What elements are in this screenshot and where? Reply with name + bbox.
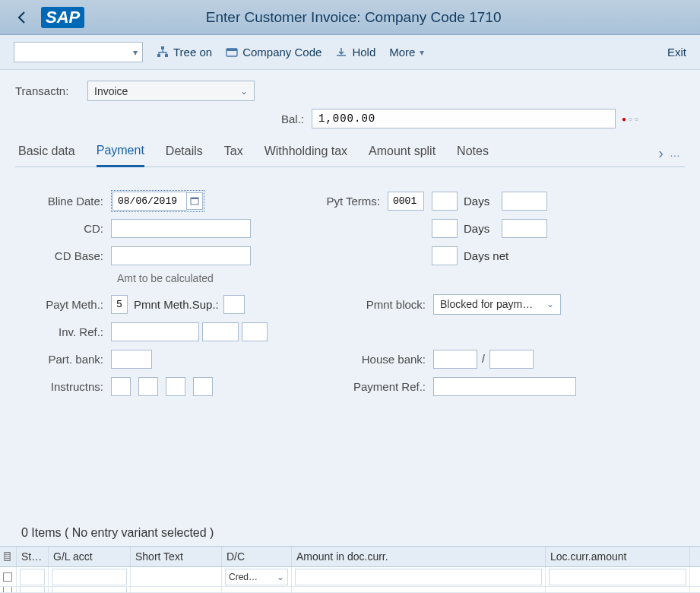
cell-gl-acct[interactable] (52, 569, 127, 585)
tree-on-button[interactable]: Tree on (157, 46, 212, 59)
company-code-button[interactable]: Company Code (226, 46, 321, 59)
date-picker-button[interactable] (186, 192, 203, 210)
tab-notes[interactable]: Notes (457, 140, 489, 166)
chevron-down-icon: ▾ (420, 47, 424, 58)
page-title: Enter Customer Invoice: Company Code 171… (115, 9, 691, 26)
inv-ref-input-3[interactable] (242, 322, 268, 341)
pmnt-block-value: Blocked for paym… (440, 298, 533, 310)
chevron-left-icon (17, 11, 27, 24)
back-button[interactable] (9, 6, 35, 29)
tree-on-label: Tree on (173, 46, 212, 59)
hold-label: Hold (352, 46, 375, 59)
pmnt-meth-sup-label: Pmnt Meth.Sup.: (134, 298, 219, 311)
inv-ref-label: Inv. Ref.: (15, 325, 111, 338)
days1-num-input[interactable] (432, 192, 458, 211)
col-dc[interactable]: D/C (222, 547, 292, 566)
instructns-input-1[interactable] (111, 377, 131, 396)
days-label-1: Days (464, 195, 489, 208)
company-code-label: Company Code (242, 46, 321, 59)
status-dots: ●○○ (622, 115, 640, 123)
balance-label: Bal.: (281, 113, 304, 125)
cell-loc-curr[interactable] (549, 569, 686, 585)
house-bank-input-2[interactable] (489, 350, 534, 369)
pyt-terms-input[interactable] (388, 192, 424, 211)
chevron-down-icon: ⌄ (277, 572, 284, 582)
balance-field[interactable] (312, 109, 616, 128)
instructns-input-3[interactable] (166, 377, 185, 396)
table-row[interactable]: Cred… ⌄ (0, 567, 700, 587)
tab-tax[interactable]: Tax (224, 140, 243, 166)
row-checkbox[interactable] (3, 572, 12, 582)
table-row[interactable] (0, 587, 700, 593)
hold-button[interactable]: Hold (335, 46, 375, 59)
instructns-input-2[interactable] (138, 377, 158, 396)
bline-date-label: Bline Date: (15, 195, 111, 208)
payt-meth-input[interactable] (111, 295, 128, 314)
col-select-all[interactable] (0, 547, 17, 566)
tree-icon (157, 46, 169, 59)
tabs-scroll-right[interactable]: › (658, 144, 664, 162)
days-label-2: Days (464, 222, 489, 235)
payment-ref-label: Payment Ref.: (304, 380, 433, 393)
tab-details[interactable]: Details (166, 140, 203, 166)
select-all-icon (3, 551, 11, 562)
cd-label: CD: (15, 222, 111, 235)
chevron-down-icon: ⌄ (546, 299, 554, 309)
row-checkbox[interactable] (3, 587, 12, 593)
more-button[interactable]: More ▾ (389, 46, 424, 59)
days2-val-input[interactable] (502, 219, 547, 238)
company-code-icon (226, 46, 238, 59)
tab-basic-data[interactable]: Basic data (18, 140, 75, 166)
svg-rect-6 (191, 198, 198, 199)
tab-amount-split[interactable]: Amount split (369, 140, 436, 166)
cell-amount-doc[interactable] (295, 569, 542, 585)
house-bank-input-1[interactable] (433, 350, 477, 369)
col-status[interactable]: St… (17, 547, 49, 566)
bline-date-input[interactable] (112, 192, 187, 211)
cell-gl-acct[interactable] (52, 587, 127, 593)
hold-icon (335, 46, 347, 59)
toolbar-dropdown[interactable]: ▾ (14, 42, 143, 62)
daysnet-num-input[interactable] (432, 246, 458, 265)
svg-rect-2 (165, 54, 168, 57)
tabs-overflow[interactable]: … (670, 147, 682, 159)
payment-ref-input[interactable] (433, 377, 576, 396)
pmnt-block-label: Pmnt block: (304, 298, 433, 311)
inv-ref-input-2[interactable] (202, 322, 239, 341)
cell-status[interactable] (20, 587, 45, 593)
amt-hint: Amt to be calculated (111, 269, 685, 290)
house-bank-label: House bank: (304, 353, 433, 366)
transactn-select[interactable]: Invoice ⌄ (87, 81, 255, 101)
more-label: More (389, 46, 415, 59)
calendar-icon (190, 196, 199, 205)
cell-dc-value: Cred… (229, 572, 258, 582)
cd-base-label: CD Base: (15, 249, 111, 262)
pmnt-block-select[interactable]: Blocked for paym… ⌄ (433, 294, 561, 315)
part-bank-input[interactable] (111, 350, 152, 369)
chevron-down-icon: ▾ (133, 47, 138, 58)
transactn-label: Transactn: (15, 84, 87, 97)
col-gl-acct[interactable]: G/L acct (49, 547, 131, 566)
tab-payment[interactable]: Payment (97, 139, 144, 167)
sap-logo: SAP (41, 7, 84, 28)
cd-input[interactable] (111, 219, 251, 238)
svg-rect-4 (226, 49, 237, 51)
slash-sep: / (482, 353, 485, 365)
cd-base-input[interactable] (111, 246, 251, 265)
days2-num-input[interactable] (432, 219, 458, 238)
days1-val-input[interactable] (502, 192, 547, 211)
col-loc-curr[interactable]: Loc.curr.amount (546, 547, 690, 566)
pmnt-meth-sup-input[interactable] (223, 295, 245, 314)
svg-rect-1 (157, 54, 160, 57)
exit-button[interactable]: Exit (667, 46, 686, 59)
instructns-label: Instructns: (15, 380, 111, 393)
cell-status[interactable] (20, 569, 45, 585)
inv-ref-input-1[interactable] (111, 322, 199, 341)
part-bank-label: Part. bank: (15, 353, 111, 366)
payt-meth-label: Payt Meth.: (15, 298, 111, 311)
cell-dc-select[interactable]: Cred… ⌄ (225, 569, 288, 585)
instructns-input-4[interactable] (193, 377, 213, 396)
col-short-text[interactable]: Short Text (131, 547, 222, 566)
col-amount-doc[interactable]: Amount in doc.curr. (292, 547, 546, 566)
tab-withholding-tax[interactable]: Withholding tax (264, 140, 347, 166)
